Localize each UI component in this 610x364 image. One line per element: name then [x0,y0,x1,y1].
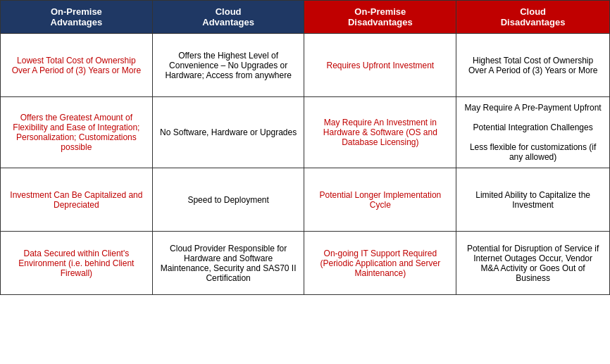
header-cloud-disadvantages: CloudDisadvantages [456,1,610,34]
cell-on-premise-dis-3: On-going IT Support Required (Periodic A… [304,232,456,295]
cell-on-premise-adv-1: Offers the Greatest Amount of Flexibilit… [1,97,153,168]
cell-cloud-dis-3: Potential for Disruption of Service if I… [456,232,610,295]
cell-cloud-dis-1: May Require A Pre-Payment UpfrontPotenti… [456,97,610,168]
table-row: Data Secured within Client's Environment… [1,232,610,295]
cell-cloud-dis-2: Limited Ability to Capitalize the Invest… [456,168,610,232]
cell-on-premise-adv-3: Data Secured within Client's Environment… [1,232,153,295]
comparison-table: On-PremiseAdvantages CloudAdvantages On-… [0,0,610,295]
cell-on-premise-adv-2: Investment Can Be Capitalized and Deprec… [1,168,153,232]
cell-cloud-dis-0: Highest Total Cost of Ownership Over A P… [456,34,610,97]
cell-on-premise-dis-0: Requires Upfront Investment [304,34,456,97]
header-on-premise-disadvantages: On-PremiseDisadvantages [304,1,456,34]
cell-on-premise-dis-2: Potential Longer Implementation Cycle [304,168,456,232]
cell-on-premise-adv-0: Lowest Total Cost of Ownership Over A Pe… [1,34,153,97]
table-row: Lowest Total Cost of Ownership Over A Pe… [1,34,610,97]
header-on-premise-advantages: On-PremiseAdvantages [1,1,153,34]
cell-cloud-adv-3: Cloud Provider Responsible for Hardware … [152,232,304,295]
cell-on-premise-dis-1: May Require An Investment in Hardware & … [304,97,456,168]
cell-cloud-adv-2: Speed to Deployment [152,168,304,232]
table-row: Offers the Greatest Amount of Flexibilit… [1,97,610,168]
cell-cloud-adv-0: Offers the Highest Level of Convenience … [152,34,304,97]
cell-cloud-adv-1: No Software, Hardware or Upgrades [152,97,304,168]
header-cloud-advantages: CloudAdvantages [152,1,304,34]
table-row: Investment Can Be Capitalized and Deprec… [1,168,610,232]
